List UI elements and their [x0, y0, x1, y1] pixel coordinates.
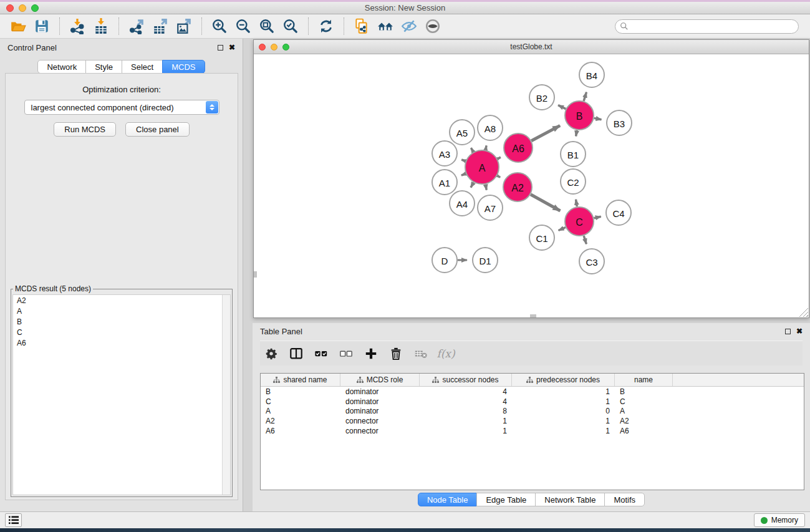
table-cell[interactable]: A6	[261, 427, 340, 435]
graph-edge-A-A5[interactable]	[471, 148, 473, 152]
save-session-button[interactable]	[31, 16, 52, 36]
column-header-successor-nodes[interactable]: successor nodes	[420, 374, 512, 386]
table-cell[interactable]: connector	[340, 417, 420, 425]
select-all-button[interactable]	[310, 343, 332, 364]
table-cell[interactable]: 4	[420, 397, 512, 406]
close-panel-icon[interactable]: ✖	[229, 44, 235, 51]
graph-edge-A-A3[interactable]	[461, 160, 466, 161]
graph-edge-A-A6[interactable]	[498, 157, 501, 159]
add-row-button[interactable]	[360, 343, 382, 364]
column-header-MCDS-role[interactable]: MCDS role	[340, 374, 420, 386]
graph-edge-C-C4[interactable]	[594, 216, 600, 218]
float-panel-icon[interactable]	[218, 45, 223, 51]
clone-network-button[interactable]	[351, 16, 372, 36]
graph-edge-B-B2[interactable]	[558, 105, 566, 109]
delete-row-button[interactable]	[385, 343, 407, 364]
table-row[interactable]: Bdominator41B	[261, 387, 804, 397]
tab-mcds[interactable]: MCDS	[162, 60, 205, 74]
graph-edge-A-A2[interactable]	[497, 176, 500, 178]
show-all-button[interactable]	[422, 16, 443, 36]
zoom-in-button[interactable]	[209, 16, 230, 36]
table-options-button[interactable]	[260, 343, 282, 364]
criterion-dropdown[interactable]: largest connected component (directed)	[24, 100, 219, 115]
table-cell[interactable]: C	[261, 397, 340, 406]
zoom-out-button[interactable]	[233, 16, 254, 36]
task-history-button[interactable]	[5, 513, 22, 527]
table-cell[interactable]: dominator	[340, 387, 420, 396]
graph-edge-C-C2[interactable]	[576, 200, 577, 207]
home-layout-button[interactable]	[375, 16, 396, 36]
open-session-button[interactable]	[7, 16, 29, 36]
table-cell[interactable]: 1	[512, 387, 615, 396]
network-window-titlebar[interactable]: testGlobe.txt	[254, 40, 809, 54]
table-cell[interactable]: 4	[420, 387, 512, 396]
tab-network-table[interactable]: Network Table	[535, 493, 605, 506]
delete-table-button[interactable]	[410, 343, 432, 364]
graph-edge-C-C3[interactable]	[584, 236, 586, 244]
table-cell[interactable]: dominator	[340, 407, 420, 415]
deselect-all-button[interactable]	[335, 343, 357, 364]
export-table-button[interactable]	[150, 16, 171, 36]
export-image-button[interactable]	[173, 16, 195, 36]
scrollbar-track[interactable]	[222, 295, 230, 495]
graph-edge-A6-B[interactable]	[531, 125, 560, 140]
run-mcds-button[interactable]: Run MCDS	[54, 122, 116, 137]
table-cell[interactable]: B	[615, 387, 673, 396]
column-header-shared-name[interactable]: shared name	[261, 374, 340, 386]
table-cell[interactable]: 1	[512, 397, 615, 406]
table-cell[interactable]: B	[261, 387, 340, 396]
import-table-button[interactable]	[90, 16, 112, 36]
table-cell[interactable]: 1	[420, 427, 512, 435]
graph-edge-B-B4[interactable]	[584, 92, 586, 101]
tab-style[interactable]: Style	[85, 60, 122, 74]
tab-edge-table[interactable]: Edge Table	[476, 493, 536, 506]
table-cell[interactable]: A2	[615, 417, 673, 425]
network-canvas[interactable]: B4B2BB3A5A8A6A3B1AA1C2A2A4A7C4CC1C3DD1	[254, 54, 809, 317]
vertical-scroll-indicator[interactable]	[254, 271, 257, 278]
search-input[interactable]	[615, 19, 799, 34]
table-row[interactable]: A2connector11A2	[261, 416, 804, 426]
table-cell[interactable]: A2	[261, 417, 340, 425]
zoom-selected-button[interactable]	[280, 16, 301, 36]
tab-network[interactable]: Network	[37, 60, 86, 74]
table-row[interactable]: Adominator80A	[261, 407, 804, 417]
table-cell[interactable]: 1	[512, 427, 615, 435]
export-network-button[interactable]	[126, 16, 147, 36]
hide-selected-button[interactable]	[398, 16, 420, 36]
tab-motifs[interactable]: Motifs	[604, 493, 645, 506]
table-cell[interactable]: A	[615, 407, 673, 415]
graph-edge-A-A7[interactable]	[486, 185, 487, 190]
graph-edge-B-B3[interactable]	[594, 118, 602, 119]
mcds-result-item[interactable]: A2	[13, 295, 230, 306]
mcds-result-item[interactable]: B	[13, 316, 230, 327]
table-cell[interactable]: connector	[340, 427, 420, 435]
close-panel-button[interactable]: Close panel	[125, 122, 190, 137]
show-columns-button[interactable]	[285, 343, 307, 364]
mcds-result-item[interactable]: A	[13, 306, 230, 316]
import-network-button[interactable]	[67, 16, 88, 36]
table-cell[interactable]: 0	[512, 407, 615, 415]
column-header-name[interactable]: name	[615, 374, 673, 386]
column-header-predecessor-nodes[interactable]: predecessor nodes	[512, 374, 615, 386]
graph-edge-A-A8[interactable]	[486, 145, 486, 150]
table-cell[interactable]: C	[615, 397, 673, 406]
table-cell[interactable]: 1	[512, 417, 615, 425]
table-cell[interactable]: 1	[420, 417, 512, 425]
tab-node-table[interactable]: Node Table	[418, 493, 478, 506]
mcds-result-item[interactable]: C	[13, 327, 230, 337]
zoom-fit-button[interactable]	[256, 16, 277, 36]
table-row[interactable]: Cdominator41C	[261, 397, 804, 407]
mcds-result-item[interactable]: A6	[13, 337, 230, 348]
horizontal-scroll-indicator[interactable]	[530, 314, 536, 317]
graph-edge-C-C1[interactable]	[559, 228, 566, 231]
table-cell[interactable]: A6	[615, 427, 673, 435]
function-builder-button[interactable]: f(x)	[435, 343, 457, 364]
table-row[interactable]: A6connector11A6	[261, 426, 804, 436]
close-table-panel-icon[interactable]: ✖	[796, 327, 803, 335]
float-table-panel-icon[interactable]	[785, 329, 791, 334]
memory-button[interactable]: Memory	[754, 513, 805, 527]
table-cell[interactable]: A	[261, 407, 340, 415]
table-cell[interactable]: dominator	[340, 397, 420, 406]
graph-edge-A2-C[interactable]	[531, 195, 560, 211]
graph-edge-A-A4[interactable]	[471, 183, 474, 188]
